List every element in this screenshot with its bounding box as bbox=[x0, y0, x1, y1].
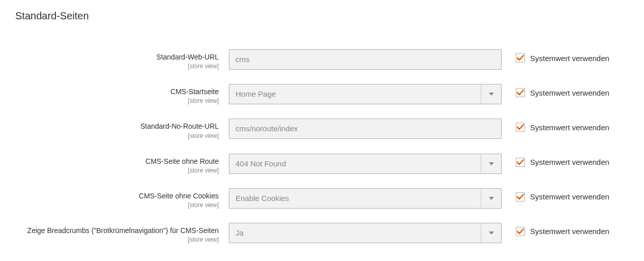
field-label: Standard-No-Route-URL bbox=[15, 122, 219, 131]
default-web-url-input: cms bbox=[229, 49, 502, 70]
section-heading: Standard-Seiten bbox=[15, 10, 629, 22]
field-label: CMS-Startseite bbox=[15, 87, 219, 96]
field-row-show-breadcrumbs: Zeige Breadcrumbs ("Brotkrümelnavigation… bbox=[15, 223, 629, 243]
field-label: Standard-Web-URL bbox=[15, 52, 219, 62]
use-default-checkbox[interactable] bbox=[516, 158, 525, 167]
use-default-label: Systemwert verwenden bbox=[530, 123, 609, 132]
use-default-label: Systemwert verwenden bbox=[530, 192, 609, 201]
field-scope: [store view] bbox=[15, 63, 219, 70]
select-dropdown-button bbox=[481, 189, 501, 208]
checkmark-icon bbox=[517, 228, 524, 235]
field-row-cms-no-route-page: CMS-Seite ohne Route [store view] 404 No… bbox=[15, 154, 629, 174]
use-default-checkbox[interactable] bbox=[516, 53, 525, 63]
default-no-route-url-input: cms/noroute/index bbox=[229, 119, 502, 139]
select-value: 404 Not Found bbox=[236, 159, 286, 168]
field-label: CMS-Seite ohne Cookies bbox=[15, 191, 219, 200]
select-dropdown-button bbox=[481, 223, 501, 243]
field-scope: [store view] bbox=[15, 236, 219, 243]
field-row-cms-no-cookies-page: CMS-Seite ohne Cookies [store view] Enab… bbox=[15, 188, 629, 209]
use-default-label: Systemwert verwenden bbox=[530, 158, 609, 166]
select-value: Home Page bbox=[236, 90, 276, 98]
field-label: CMS-Seite ohne Route bbox=[15, 157, 219, 166]
use-default-checkbox[interactable] bbox=[516, 192, 525, 201]
select-dropdown-button bbox=[481, 154, 501, 173]
field-scope: [store view] bbox=[15, 201, 219, 209]
cms-no-route-page-select: 404 Not Found bbox=[229, 154, 502, 174]
use-default-checkbox[interactable] bbox=[516, 88, 525, 97]
checkmark-icon bbox=[517, 124, 524, 130]
checkmark-icon bbox=[517, 194, 524, 200]
select-value: Ja bbox=[236, 228, 244, 237]
field-scope: [store view] bbox=[15, 132, 219, 139]
select-dropdown-button bbox=[481, 84, 501, 104]
select-value: Enable Cookies bbox=[236, 194, 289, 202]
chevron-down-icon bbox=[489, 231, 494, 235]
use-default-label: Systemwert verwenden bbox=[530, 54, 609, 63]
field-label: Zeige Breadcrumbs ("Brotkrümelnavigation… bbox=[15, 226, 219, 235]
use-default-checkbox[interactable] bbox=[516, 123, 525, 132]
field-row-default-no-route-url: Standard-No-Route-URL [store view] cms/n… bbox=[15, 119, 629, 139]
cms-no-cookies-page-select: Enable Cookies bbox=[229, 188, 502, 209]
field-row-cms-home-page: CMS-Startseite [store view] Home Page Sy… bbox=[15, 84, 629, 104]
use-default-label: Systemwert verwenden bbox=[530, 89, 609, 97]
show-breadcrumbs-select: Ja bbox=[229, 223, 502, 243]
cms-home-page-select: Home Page bbox=[229, 84, 502, 104]
field-row-default-web-url: Standard-Web-URL [store view] cms System… bbox=[15, 49, 629, 70]
use-default-label: Systemwert verwenden bbox=[530, 227, 609, 236]
checkmark-icon bbox=[517, 90, 524, 96]
checkmark-icon bbox=[517, 159, 524, 165]
chevron-down-icon bbox=[489, 162, 494, 165]
use-default-checkbox[interactable] bbox=[516, 227, 525, 236]
checkmark-icon bbox=[517, 55, 524, 61]
form-fields: Standard-Web-URL [store view] cms System… bbox=[15, 49, 629, 243]
chevron-down-icon bbox=[489, 197, 494, 200]
field-scope: [store view] bbox=[15, 97, 219, 104]
field-scope: [store view] bbox=[15, 167, 219, 174]
chevron-down-icon bbox=[489, 93, 494, 96]
